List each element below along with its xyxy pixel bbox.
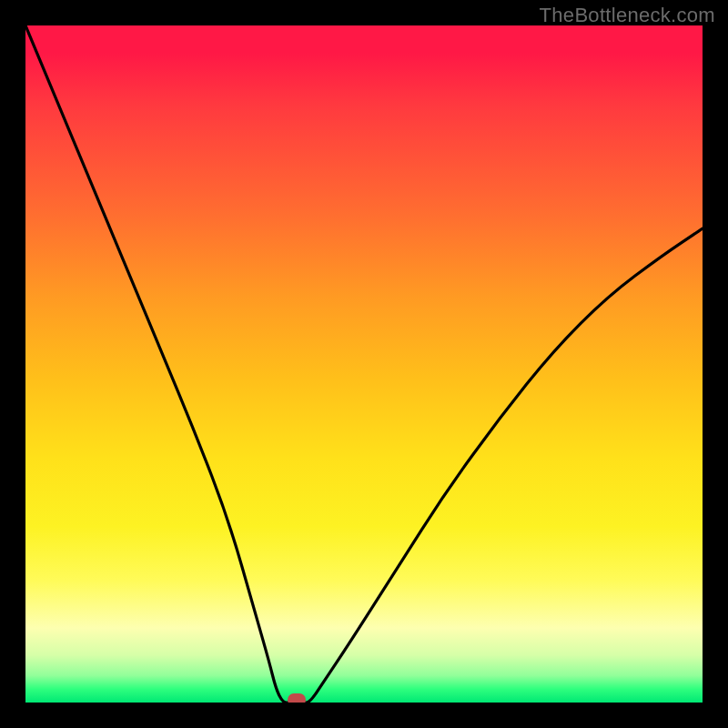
bottleneck-curve	[25, 25, 703, 703]
curve-svg	[25, 25, 703, 703]
chart-frame: TheBottleneck.com	[0, 0, 728, 728]
plot-area	[25, 25, 703, 703]
optimal-point-marker	[288, 693, 306, 703]
watermark-text: TheBottleneck.com	[540, 4, 715, 27]
